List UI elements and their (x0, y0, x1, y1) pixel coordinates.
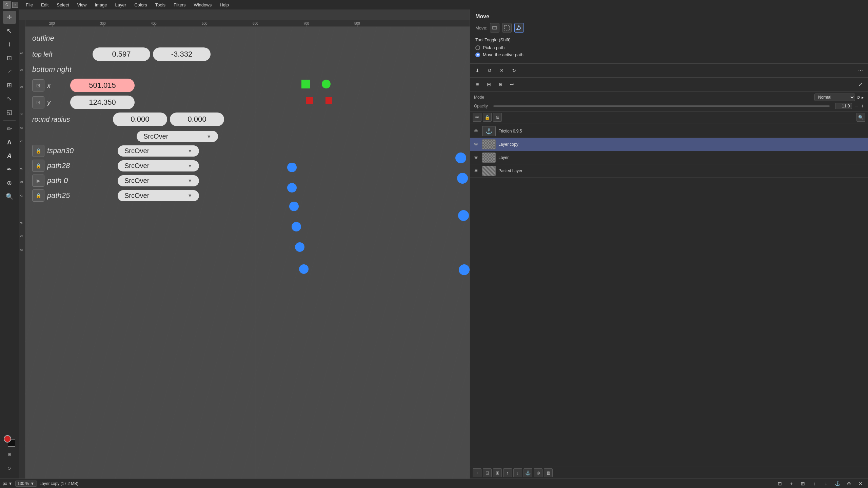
anchor-btn[interactable]: ⚓ (524, 468, 532, 477)
tool-measure[interactable]: ⟋ (3, 65, 16, 78)
opacity-plus[interactable]: + (861, 103, 864, 109)
status-btn1[interactable]: ⊡ (775, 479, 785, 488)
round-y-value[interactable]: 0.000 (170, 113, 224, 126)
new-layer-btn[interactable]: + (473, 468, 481, 477)
menu-help[interactable]: Help (216, 2, 232, 8)
layer-eye-layercopy[interactable]: 👁 (473, 141, 479, 148)
layer-search-btn[interactable]: 🔍 (856, 113, 865, 122)
tool-pencil[interactable]: ✒ (3, 163, 16, 176)
layer-eye-pasted[interactable]: 👁 (473, 167, 479, 174)
status-down-btn[interactable]: ↓ (821, 479, 831, 488)
srcover-dropdown-5[interactable]: SrcOver ▼ (118, 190, 199, 201)
move-layer-btn[interactable] (490, 23, 499, 33)
download-btn[interactable]: ⬇ (473, 66, 482, 75)
undo-btn[interactable]: ↺ (485, 66, 494, 75)
dots-btn[interactable]: ⋯ (856, 66, 865, 75)
tool-shear[interactable]: ◱ (3, 106, 16, 119)
blue-dot-r4 (459, 264, 470, 275)
layer-eye-friction[interactable]: 👁 (473, 128, 479, 135)
move-up-btn[interactable]: ↑ (503, 468, 512, 477)
mode-select[interactable]: Normal Multiply Screen (814, 94, 855, 101)
layer-info: Layer copy (17,2 MB) (40, 481, 79, 486)
move-selection-btn[interactable] (502, 23, 512, 33)
menu-colors[interactable]: Colors (131, 2, 151, 8)
mode-label: Mode (474, 95, 484, 100)
paths-btn[interactable]: ⊕ (496, 80, 505, 89)
duplicate-layer-btn[interactable]: ⊞ (493, 468, 502, 477)
top-left-val1[interactable]: 0.597 (93, 47, 150, 61)
opacity-minus[interactable]: − (855, 103, 858, 109)
menu-tools[interactable]: Tools (152, 2, 169, 8)
menu-view[interactable]: View (74, 2, 90, 8)
canvas-area[interactable]: outline top left 0.597 -3.332 bottom rig… (25, 27, 470, 479)
status-btn3[interactable]: ⊞ (798, 479, 808, 488)
window-icon[interactable]: × (12, 2, 18, 8)
svg-text:5: 5 (20, 167, 24, 169)
zoom-dropdown-arrow[interactable]: ▼ (31, 481, 35, 486)
delete-layer-btn[interactable]: 🗑 (544, 468, 553, 477)
tool-crop[interactable]: ⊞ (3, 79, 16, 92)
layers-view-btn[interactable]: ≡ (473, 80, 482, 89)
tool-extra2[interactable]: ○ (3, 462, 16, 474)
move-down-btn[interactable]: ↓ (513, 468, 522, 477)
layer-visibility-btn[interactable]: 👁 (473, 113, 481, 122)
layer-lock-btn[interactable]: 🔒 (483, 113, 492, 122)
srcover-dropdown-2[interactable]: SrcOver ▼ (118, 145, 199, 157)
status-up-btn[interactable]: ↑ (810, 479, 819, 488)
status-btn2[interactable]: + (787, 479, 796, 488)
tool-clone[interactable]: ⊕ (3, 177, 16, 189)
menu-edit[interactable]: Edit (38, 2, 52, 8)
tool-extra1[interactable]: ⊞ (3, 448, 16, 461)
menu-windows[interactable]: Windows (190, 2, 215, 8)
channels-btn[interactable]: ⊟ (484, 80, 494, 89)
layer-fx-btn[interactable]: fx (493, 113, 502, 122)
merge-down-btn[interactable]: ⊕ (534, 468, 542, 477)
layer-item-pasted[interactable]: 👁 Pasted Layer (470, 164, 868, 178)
opacity-slider[interactable] (493, 105, 830, 107)
path0-label: path 0 (47, 176, 115, 185)
mode-refresh-icon[interactable]: ↺ (856, 95, 860, 100)
tool-text2[interactable]: A (3, 149, 16, 162)
y-value[interactable]: 124.350 (70, 96, 135, 109)
mode-arrow-icon[interactable]: ▸ (862, 95, 864, 100)
top-left-label: top left (32, 50, 90, 58)
status-anchor-btn[interactable]: ⚓ (833, 479, 842, 488)
layer-item-friction[interactable]: 👁 ⚓ Friction 0.9.5 (470, 125, 868, 138)
close-action-btn[interactable]: ✕ (497, 66, 507, 75)
tool-transform[interactable]: ⤡ (3, 92, 16, 105)
radio-pick-path[interactable]: Pick a path (475, 45, 863, 50)
tool-zoom[interactable]: 🔍 (3, 190, 16, 203)
radio-move-active[interactable]: Move the active path (475, 52, 863, 57)
move-path-btn[interactable] (514, 23, 524, 33)
srcover-dropdown-4[interactable]: SrcOver ▼ (118, 175, 199, 186)
layer-eye-layer[interactable]: 👁 (473, 154, 479, 161)
top-left-val2[interactable]: -3.332 (153, 47, 211, 61)
expand-panel-btn[interactable]: ⤢ (856, 80, 865, 89)
tool-move[interactable]: ✛ (3, 11, 16, 24)
new-group-btn[interactable]: ⊡ (483, 468, 492, 477)
menu-select[interactable]: Select (53, 2, 72, 8)
menu-image[interactable]: Image (91, 2, 110, 8)
unit-selector[interactable]: px ▼ (3, 481, 13, 486)
redo-btn[interactable]: ↺ (509, 66, 519, 75)
opacity-value[interactable]: 11,0 (835, 103, 852, 109)
status-merge-btn[interactable]: ⊕ (844, 479, 854, 488)
zoom-control[interactable]: 130 % ▼ (15, 481, 37, 487)
srcover-dropdown-1[interactable]: SrcOver ▼ (137, 131, 218, 142)
color-selector[interactable] (4, 435, 15, 447)
menu-layer[interactable]: Layer (112, 2, 130, 8)
tool-pointer[interactable]: ↖ (3, 24, 16, 37)
layer-item-layercopy[interactable]: 👁 Layer copy (470, 138, 868, 151)
srcover-dropdown-3[interactable]: SrcOver ▼ (118, 160, 199, 171)
tool-rectselect[interactable]: ⊡ (3, 52, 16, 64)
layer-item-layer[interactable]: 👁 Layer (470, 151, 868, 164)
round-x-value[interactable]: 0.000 (113, 113, 167, 126)
x-value[interactable]: 501.015 (70, 79, 135, 92)
status-close-btn[interactable]: ✕ (856, 479, 865, 488)
history-btn[interactable]: ↩ (507, 80, 517, 89)
tool-path[interactable]: ✏ (3, 122, 16, 135)
tool-freeselect[interactable]: ⌇ (3, 38, 16, 51)
menu-filters[interactable]: Filters (170, 2, 189, 8)
tool-text[interactable]: A (3, 136, 16, 149)
menu-file[interactable]: File (22, 2, 36, 8)
